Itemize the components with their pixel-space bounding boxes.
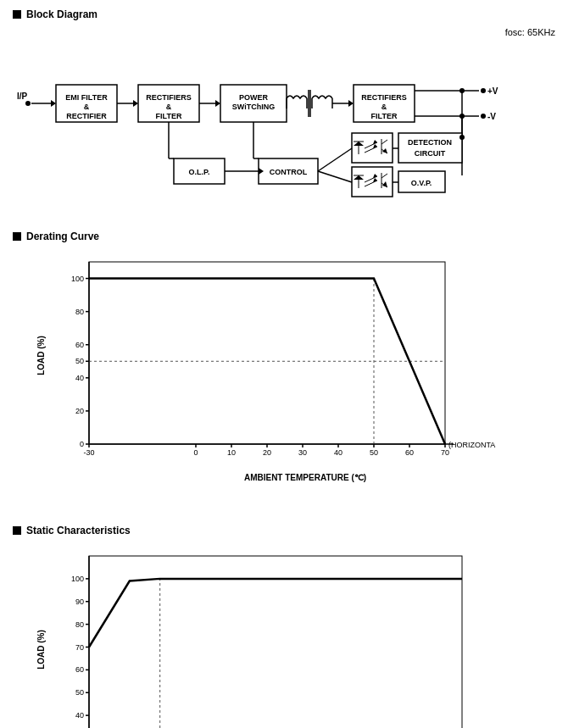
derating-canvas bbox=[55, 249, 496, 470]
svg-point-87 bbox=[459, 135, 465, 140]
block-diagram-section: Block Diagram fosc: 65KHz I/P EMI FILTER… bbox=[13, 8, 555, 214]
svg-marker-28 bbox=[348, 100, 354, 107]
svg-text:O.V.P.: O.V.P. bbox=[411, 179, 432, 187]
derating-curve-header: Derating Curve bbox=[13, 231, 555, 242]
static-characteristics-title: Static Characteristics bbox=[26, 525, 131, 536]
svg-text:RECTIFIERS: RECTIFIERS bbox=[361, 93, 407, 102]
derating-x-label: AMBIENT TEMPERATURE (℃) bbox=[55, 473, 555, 482]
svg-point-39 bbox=[481, 114, 486, 119]
svg-text:POWER: POWER bbox=[239, 93, 269, 102]
section-square-icon bbox=[13, 10, 21, 19]
svg-line-79 bbox=[318, 171, 352, 182]
svg-rect-48 bbox=[352, 133, 393, 163]
svg-text:FILTER: FILTER bbox=[156, 112, 182, 120]
section-square-icon-2 bbox=[13, 232, 21, 241]
svg-point-0 bbox=[25, 101, 31, 106]
svg-marker-15 bbox=[215, 100, 220, 107]
section-square-icon-3 bbox=[13, 526, 21, 535]
block-diagram-area: fosc: 65KHz I/P EMI FILTER & RECTIFIER R… bbox=[13, 27, 555, 214]
svg-text:&: & bbox=[166, 103, 172, 111]
static-characteristics-section: Static Characteristics LOAD (%) INPUT VO… bbox=[13, 525, 555, 728]
svg-point-37 bbox=[481, 88, 486, 93]
derating-curve-title: Derating Curve bbox=[26, 231, 99, 242]
block-diagram-svg: I/P EMI FILTER & RECTIFIER RECTIFIERS & … bbox=[13, 27, 555, 209]
svg-text:I/P: I/P bbox=[17, 92, 28, 101]
svg-rect-60 bbox=[352, 167, 393, 197]
svg-marker-3 bbox=[51, 100, 56, 107]
static-canvas bbox=[55, 543, 496, 728]
svg-text:CONTROL: CONTROL bbox=[270, 168, 308, 176]
svg-text:+V: +V bbox=[487, 86, 498, 96]
svg-text:FILTER: FILTER bbox=[371, 112, 398, 120]
svg-text:O.L.P.: O.L.P. bbox=[189, 168, 210, 176]
svg-text:SWiTChING: SWiTChING bbox=[232, 103, 275, 111]
svg-text:CIRCUIT: CIRCUIT bbox=[415, 149, 446, 158]
svg-text:RECTIFIERS: RECTIFIERS bbox=[146, 93, 192, 102]
svg-text:DETECTION: DETECTION bbox=[408, 138, 452, 147]
derating-curve-section: Derating Curve LOAD (%) AMBIENT TEMPERAT… bbox=[13, 231, 555, 508]
svg-text:&: & bbox=[84, 103, 90, 111]
svg-marker-9 bbox=[133, 100, 138, 107]
svg-line-78 bbox=[318, 148, 352, 171]
derating-y-label: LOAD (%) bbox=[36, 336, 46, 375]
fosc-label: fosc: 65KHz bbox=[505, 27, 555, 37]
static-chart-wrapper: LOAD (%) INPUT VOLTAGE (V) 60Hz bbox=[13, 543, 555, 728]
derating-chart-wrapper: LOAD (%) AMBIENT TEMPERATURE (℃) bbox=[13, 249, 555, 508]
block-diagram-title: Block Diagram bbox=[26, 8, 97, 20]
svg-text:-V: -V bbox=[487, 112, 496, 121]
static-characteristics-header: Static Characteristics bbox=[13, 525, 555, 536]
static-y-label: LOAD (%) bbox=[36, 630, 46, 670]
svg-text:&: & bbox=[381, 103, 387, 111]
svg-text:RECTIFIER: RECTIFIER bbox=[66, 112, 107, 120]
svg-text:EMI FILTER: EMI FILTER bbox=[65, 93, 108, 102]
block-diagram-header: Block Diagram bbox=[13, 8, 555, 20]
